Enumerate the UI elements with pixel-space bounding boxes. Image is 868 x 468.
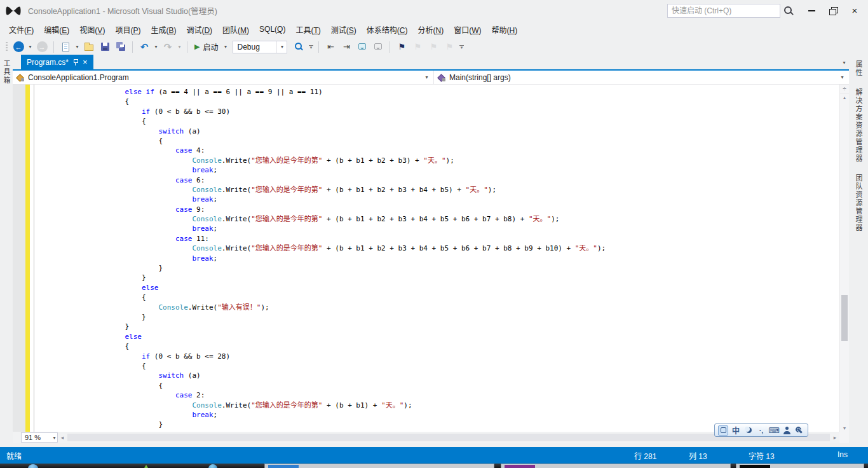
scroll-down-icon[interactable] — [840, 424, 849, 432]
menu-item[interactable]: SQL(Q) — [254, 22, 290, 37]
tab-program-cs[interactable]: Program.cs* — [21, 55, 93, 69]
menu-item[interactable]: 工具(T) — [290, 21, 325, 38]
code-line: else if (a == 4 || a == 6 || a == 9 || a… — [41, 87, 839, 97]
ime-punctuation-icon[interactable] — [756, 425, 766, 436]
code-line: break; — [41, 254, 839, 263]
previous-bookmark-button[interactable] — [410, 40, 424, 54]
code-line: break; — [41, 195, 839, 204]
ime-logo-icon[interactable] — [718, 425, 728, 436]
menu-item[interactable]: 测试(S) — [326, 21, 362, 38]
restore-button[interactable] — [822, 3, 844, 19]
comment-button[interactable] — [355, 40, 369, 54]
tab-row: Program.cs* — [13, 56, 849, 71]
menu-item[interactable]: 体系结构(C) — [362, 21, 413, 38]
breakpoint-margin[interactable] — [13, 85, 25, 432]
menu-item[interactable]: 文件(F) — [4, 21, 39, 38]
next-bookmark-button[interactable] — [426, 40, 440, 54]
ime-soft-keyboard-icon[interactable] — [769, 425, 779, 436]
scroll-left-icon[interactable] — [58, 432, 67, 443]
decrease-indent-button[interactable] — [323, 40, 337, 54]
menu-item[interactable]: 分析(N) — [412, 21, 449, 38]
taskbar-button-fragment[interactable] — [264, 464, 494, 468]
navigate-back-button[interactable] — [11, 40, 25, 54]
menu-item[interactable]: 项目(P) — [110, 21, 146, 38]
vertical-scrollbar[interactable] — [839, 85, 849, 432]
sidebar-tab-solution-explorer[interactable]: 解决方案资源管理器 — [853, 88, 864, 163]
redo-button[interactable] — [161, 40, 175, 54]
save-button[interactable] — [98, 40, 112, 54]
navigate-back-dropdown-icon[interactable] — [27, 40, 33, 54]
tab-list-dropdown-icon[interactable] — [841, 56, 847, 70]
ime-settings-icon[interactable] — [794, 425, 804, 436]
toolbar-overflow-icon[interactable] — [308, 40, 314, 54]
configuration-select[interactable]: Debug — [233, 41, 287, 53]
undo-button[interactable] — [137, 40, 151, 54]
open-file-button[interactable] — [82, 40, 96, 54]
code-line: { — [41, 97, 839, 106]
quick-launch-input[interactable] — [667, 4, 780, 18]
minimize-button[interactable] — [801, 3, 822, 19]
status-insert-mode: Ins — [837, 450, 859, 461]
zoom-select[interactable]: 91 % — [21, 432, 58, 443]
toggle-bookmark-button[interactable] — [395, 40, 409, 54]
sidebar-tab-team-explorer[interactable]: 团队资源管理器 — [853, 174, 864, 232]
find-in-files-button[interactable] — [292, 40, 306, 54]
taskbar-icon-fragment[interactable] — [208, 464, 217, 468]
class-dropdown[interactable]: ConsoleApplication1.Program — [13, 71, 433, 84]
pin-icon[interactable] — [73, 59, 78, 66]
new-file-dropdown-icon[interactable] — [74, 40, 80, 54]
uncomment-button[interactable] — [371, 40, 385, 54]
taskbar-button-fragment[interactable] — [736, 464, 864, 468]
menu-item[interactable]: 调试(D) — [181, 21, 217, 38]
modified-lines-bar — [25, 85, 30, 432]
splitter-handle-icon[interactable] — [840, 85, 849, 93]
member-dropdown-value: Main(string[] args) — [449, 73, 511, 82]
taskbar-icon-fragment[interactable] — [142, 465, 150, 468]
menu-item[interactable]: 生成(B) — [146, 21, 181, 38]
ime-fullwidth-moon-icon[interactable] — [743, 425, 754, 436]
menu-item[interactable]: 团队(M) — [217, 21, 254, 38]
new-file-button[interactable] — [58, 40, 72, 54]
close-tab-icon[interactable] — [83, 58, 88, 66]
clear-bookmarks-button[interactable] — [442, 40, 456, 54]
toolbar-separator — [132, 41, 133, 53]
sidebar-tab-properties[interactable]: 属性 — [853, 60, 864, 77]
undo-dropdown-icon[interactable] — [153, 40, 159, 54]
increase-indent-button[interactable] — [339, 40, 353, 54]
toolbar-grip[interactable] — [6, 42, 8, 52]
code-line: switch (a) — [41, 127, 839, 136]
save-all-button[interactable] — [114, 40, 128, 54]
window-controls: × — [801, 3, 865, 19]
new-file-icon — [62, 43, 69, 52]
menu-item[interactable]: 窗口(W) — [449, 21, 486, 38]
sidebar-tab-toolbox[interactable]: 工具箱 — [0, 57, 13, 87]
redo-dropdown-icon[interactable] — [177, 40, 182, 54]
scroll-up-icon[interactable] — [840, 93, 849, 101]
start-dropdown-icon[interactable] — [222, 40, 228, 54]
class-dropdown-value: ConsoleApplication1.Program — [28, 73, 129, 82]
navigate-forward-button[interactable] — [35, 40, 49, 54]
toolbar-overflow-icon[interactable] — [458, 40, 465, 54]
start-debug-button[interactable]: 启动 — [192, 40, 220, 54]
status-line: 行 281 — [634, 450, 689, 461]
ime-account-icon[interactable] — [782, 425, 792, 436]
code-area[interactable]: else if (a == 4 || a == 6 || a == 9 || a… — [34, 85, 839, 432]
menu-item[interactable]: 帮助(H) — [486, 21, 522, 38]
menu-item[interactable]: 视图(V) — [74, 21, 110, 38]
taskbar-icon-fragment[interactable] — [28, 464, 38, 468]
member-dropdown[interactable]: Main(string[] args) — [433, 71, 849, 84]
taskbar-button-fragment[interactable] — [501, 464, 731, 468]
status-character: 字符 13 — [749, 450, 837, 461]
code-line: { — [41, 136, 839, 146]
code-line: } — [41, 263, 839, 273]
search-icon[interactable] — [780, 4, 797, 18]
class-icon — [17, 74, 24, 81]
ime-language-mode[interactable]: 中 — [731, 425, 741, 436]
vertical-scroll-thumb[interactable] — [841, 295, 848, 341]
code-line: else — [41, 332, 839, 341]
close-button[interactable]: × — [844, 3, 865, 19]
method-icon — [438, 74, 445, 81]
vertical-scroll-track[interactable] — [840, 101, 849, 424]
menu-item[interactable]: 编辑(E) — [39, 21, 74, 38]
scroll-right-icon[interactable] — [831, 432, 839, 443]
